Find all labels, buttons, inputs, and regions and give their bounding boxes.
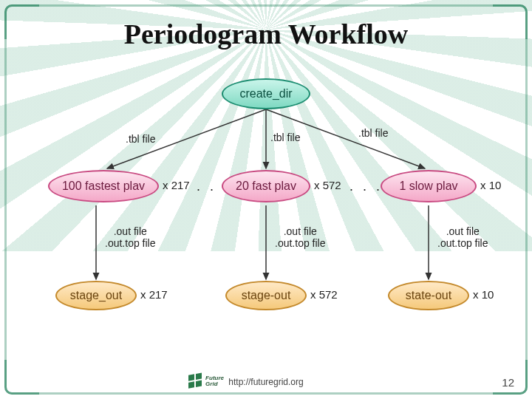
workflow-diagram: create_dir .tbl file .tbl file .tbl file… bbox=[44, 74, 488, 355]
node-stage-out-left: stage_out bbox=[55, 281, 137, 310]
edge-label-out-left: .out file.out.top file bbox=[105, 225, 156, 249]
multiplier-fast: x 572 bbox=[314, 179, 341, 191]
edge-label-tbl-left: .tbl file bbox=[126, 133, 155, 145]
multiplier-stage-right: x 10 bbox=[473, 288, 494, 301]
node-fast-plav: 20 fast plav bbox=[222, 170, 310, 202]
slide: Periodogram Workflow create_dir .tbl fil… bbox=[0, 0, 532, 399]
node-fastest-plav: 100 fastest plav bbox=[48, 170, 159, 202]
page-number: 12 bbox=[502, 376, 514, 389]
node-create-dir: create_dir bbox=[222, 78, 310, 109]
edge-label-out-right: .out file.out.top file bbox=[437, 225, 488, 249]
diagram-arrows bbox=[44, 74, 488, 355]
footer-url: http://futuregrid.org bbox=[0, 377, 532, 387]
multiplier-stage-left: x 217 bbox=[140, 288, 168, 301]
multiplier-fastest: x 217 bbox=[163, 179, 190, 191]
multiplier-stage-mid: x 572 bbox=[310, 288, 338, 301]
slide-title: Periodogram Workflow bbox=[0, 18, 532, 50]
node-stage-out-mid: stage-out bbox=[225, 281, 307, 310]
node-stage-out-right: state-out bbox=[388, 281, 469, 310]
ellipsis: . . . bbox=[349, 179, 383, 194]
edge-label-out-mid: .out file.out.top file bbox=[275, 225, 326, 249]
node-slow-plav: 1 slow plav bbox=[381, 170, 477, 202]
edge-label-tbl-right: .tbl file bbox=[358, 127, 388, 139]
multiplier-slow: x 10 bbox=[480, 179, 501, 191]
edge-label-tbl-mid: .tbl file bbox=[270, 132, 300, 143]
